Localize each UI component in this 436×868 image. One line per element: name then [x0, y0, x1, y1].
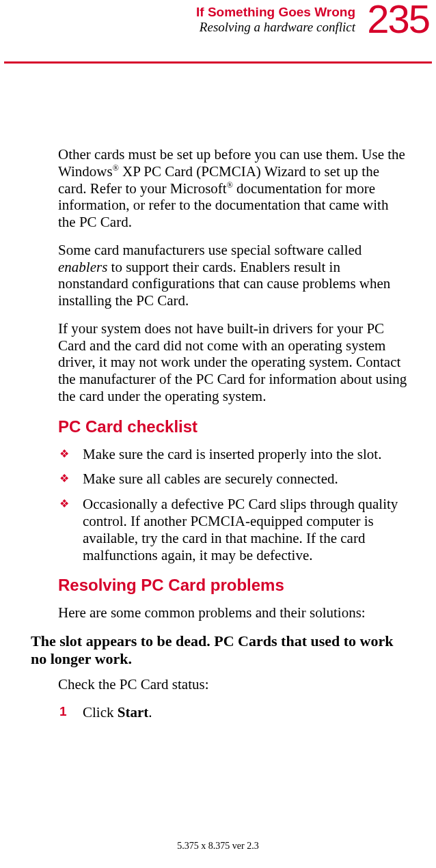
list-item: ❖ Make sure the card is inserted properl… — [58, 446, 409, 463]
diamond-icon: ❖ — [59, 448, 69, 461]
header-rule — [4, 61, 432, 64]
heading-checklist: PC Card checklist — [58, 417, 409, 436]
content: Other cards must be set up before you ca… — [0, 66, 436, 721]
page: 235 If Something Goes Wrong Resolving a … — [0, 0, 436, 868]
list-item-text: Make sure all cables are securely connec… — [83, 471, 338, 487]
registered-icon: ® — [227, 180, 233, 190]
paragraph: Check the PC Card status: — [58, 676, 409, 693]
text: Some card manufacturers use special soft… — [58, 242, 362, 258]
page-footer: 5.375 x 8.375 ver 2.3 — [0, 841, 436, 852]
problem-heading: The slot appears to be dead. PC Cards th… — [31, 632, 409, 668]
paragraph: Other cards must be set up before you ca… — [58, 146, 409, 231]
step-item: 1 Click Start. — [58, 704, 409, 721]
diamond-icon: ❖ — [59, 498, 69, 511]
list-item-text: Occasionally a defective PC Card slips t… — [83, 496, 398, 563]
chapter-title: If Something Goes Wrong — [196, 5, 355, 19]
list-item: ❖ Occasionally a defective PC Card slips… — [58, 496, 409, 563]
steps-list: 1 Click Start. — [58, 704, 409, 721]
heading-resolving: Resolving PC Card problems — [58, 576, 409, 595]
step-text: Click — [83, 704, 118, 720]
section-subtitle: Resolving a hardware conflict — [196, 20, 355, 35]
header-titles: If Something Goes Wrong Resolving a hard… — [196, 5, 355, 35]
step-text: . — [148, 704, 152, 720]
page-number: 235 — [367, 0, 429, 42]
step-bold: Start — [118, 704, 149, 720]
emphasis: enablers — [58, 259, 107, 275]
page-header: 235 If Something Goes Wrong Resolving a … — [0, 0, 436, 66]
paragraph: Here are some common problems and their … — [58, 604, 409, 621]
step-number: 1 — [59, 704, 67, 720]
checklist: ❖ Make sure the card is inserted properl… — [58, 446, 409, 564]
paragraph: If your system does not have built-in dr… — [58, 320, 409, 405]
paragraph: Some card manufacturers use special soft… — [58, 242, 409, 309]
text: to support their cards. Enablers result … — [58, 259, 390, 309]
diamond-icon: ❖ — [59, 473, 69, 486]
list-item: ❖ Make sure all cables are securely conn… — [58, 471, 409, 488]
list-item-text: Make sure the card is inserted properly … — [83, 446, 381, 462]
registered-icon: ® — [113, 163, 119, 173]
